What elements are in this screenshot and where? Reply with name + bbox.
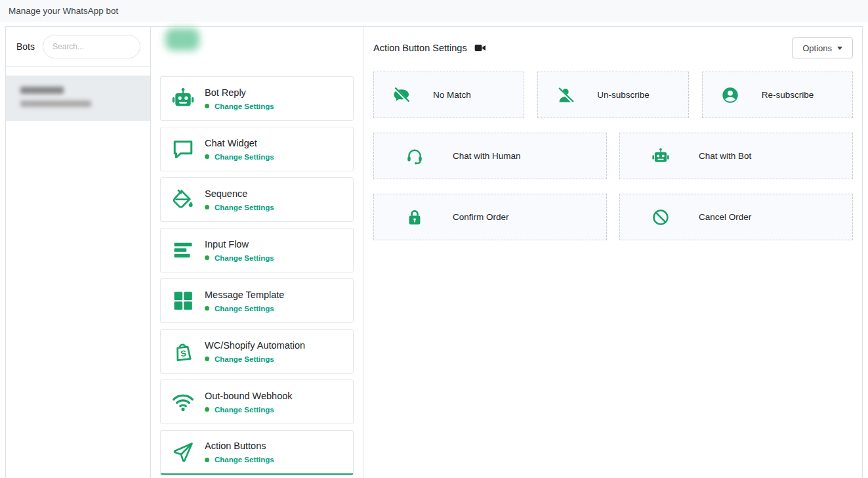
topbar: Manage your WhatsApp bot [0,0,868,22]
menu-card-bot-reply[interactable]: Bot Reply Change Settings [160,76,354,121]
menu-card-action-buttons[interactable]: Action Buttons Change Settings [160,430,354,475]
bots-title: Bots [16,41,35,52]
menu-card-text: Chat Widget Change Settings [205,138,274,161]
bots-sidebar: Bots [6,27,151,478]
menu-card-sequence[interactable]: Sequence Change Settings [160,177,354,222]
options-button[interactable]: Options [792,37,853,58]
action-card-confirm-order[interactable]: Confirm Order [373,194,607,240]
change-settings-link[interactable]: Change Settings [205,102,274,110]
change-settings-label: Change Settings [215,305,274,313]
shopify-bag-icon: S [170,338,196,364]
wifi-icon [170,389,196,415]
menu-card-title: Message Template [205,290,284,300]
settings-menu-column: Bot Reply Change Settings Chat Widget [151,27,363,478]
change-settings-label: Change Settings [215,204,274,211]
status-dot-icon [205,306,209,311]
bots-sidebar-header: Bots [6,27,150,66]
options-button-label: Options [802,43,832,53]
status-dot-icon [205,154,209,159]
action-card-label: Un-subscribe [597,90,650,100]
robot-icon [170,85,196,112]
action-card-un-subscribe[interactable]: Un-subscribe [537,72,688,118]
action-card-chat-with-bot[interactable]: Chat with Bot [619,133,853,179]
menu-card-chat-widget[interactable]: Chat Widget Change Settings [160,127,354,171]
redacted-bot-number [20,100,91,107]
change-settings-link[interactable]: Change Settings [205,153,274,161]
user-slash-icon [556,86,575,104]
action-buttons-row-3: Confirm Order Cancel Order [373,194,853,240]
ban-icon [651,208,670,227]
change-settings-label: Change Settings [215,355,274,363]
menu-card-text: WC/Shopify Automation Change Settings [205,340,305,363]
action-card-cancel-order[interactable]: Cancel Order [619,194,853,240]
menu-card-text: Input Flow Change Settings [205,239,274,262]
action-card-label: No Match [433,90,471,100]
menu-card-title: Sequence [205,188,274,199]
caret-down-icon [837,47,842,50]
grid-icon [170,288,196,314]
redacted-badge [165,28,199,51]
menu-card-input-flow[interactable]: Input Flow Change Settings [160,228,354,272]
bot-list-item-selected[interactable] [6,76,150,121]
user-circle-icon [721,86,739,104]
action-card-label: Chat with Human [453,151,521,161]
status-dot-icon [205,255,209,260]
change-settings-link[interactable]: Change Settings [205,406,293,414]
divider [6,66,150,67]
action-card-no-match[interactable]: No Match [373,72,524,118]
status-dot-icon [205,104,209,108]
svg-text:S: S [180,348,186,358]
page-title: Manage your WhatsApp bot [9,6,118,16]
status-dot-icon [205,407,209,412]
menu-card-text: Message Template Change Settings [205,290,284,313]
panel-header: Action Button Settings Options [373,37,853,58]
menu-card-text: Bot Reply Change Settings [205,87,274,110]
change-settings-link[interactable]: Change Settings [205,305,284,313]
bars-icon [170,237,196,263]
action-card-chat-with-human[interactable]: Chat with Human [373,133,607,179]
menu-card-text: Out-bound Webhook Change Settings [205,391,293,414]
paper-plane-icon [170,439,196,466]
change-settings-link[interactable]: Change Settings [205,254,274,262]
action-card-label: Re-subscribe [762,90,814,100]
bots-search-input[interactable] [43,35,140,58]
menu-card-title: Bot Reply [205,87,274,98]
menu-card-title: Action Buttons [205,441,274,451]
headset-icon [405,147,424,165]
menu-card-outbound-webhook[interactable]: Out-bound Webhook Change Settings [160,380,354,424]
action-buttons-row-1: No Match Un-subscribe [373,72,853,118]
lock-icon [405,208,424,227]
app-container: Bots [5,26,863,478]
menu-card-title: WC/Shopify Automation [205,340,305,351]
menu-card-title: Out-bound Webhook [205,391,293,401]
action-button-settings-panel: Action Button Settings Options [363,27,862,478]
action-card-label: Confirm Order [453,212,509,222]
robot-icon [651,147,670,165]
change-settings-label: Change Settings [215,254,274,262]
status-dot-icon [205,205,209,209]
status-dot-icon [205,458,209,462]
menu-card-shopify-automation[interactable]: S WC/Shopify Automation Change Settings [160,329,354,374]
change-settings-label: Change Settings [215,153,274,161]
action-card-label: Cancel Order [699,212,751,222]
fill-drip-icon [170,186,196,213]
settings-menu-list: Bot Reply Change Settings Chat Widget [160,76,354,475]
change-settings-link[interactable]: Change Settings [205,204,274,211]
change-settings-link[interactable]: Change Settings [205,355,305,363]
redacted-bot-name [20,87,64,94]
action-card-re-subscribe[interactable]: Re-subscribe [702,72,853,118]
change-settings-label: Change Settings [215,456,274,464]
menu-card-message-template[interactable]: Message Template Change Settings [160,278,354,323]
status-dot-icon [205,357,209,361]
change-settings-link[interactable]: Change Settings [205,456,274,464]
panel-title: Action Button Settings [373,43,467,53]
chat-bubble-icon [170,136,196,162]
menu-card-text: Sequence Change Settings [205,188,274,211]
action-card-label: Chat with Bot [699,151,751,161]
video-camera-icon[interactable] [474,41,487,54]
menu-card-text: Action Buttons Change Settings [205,441,274,464]
comment-slash-icon [392,86,411,104]
menu-card-title: Input Flow [205,239,274,250]
change-settings-label: Change Settings [215,406,274,414]
change-settings-label: Change Settings [215,102,274,110]
